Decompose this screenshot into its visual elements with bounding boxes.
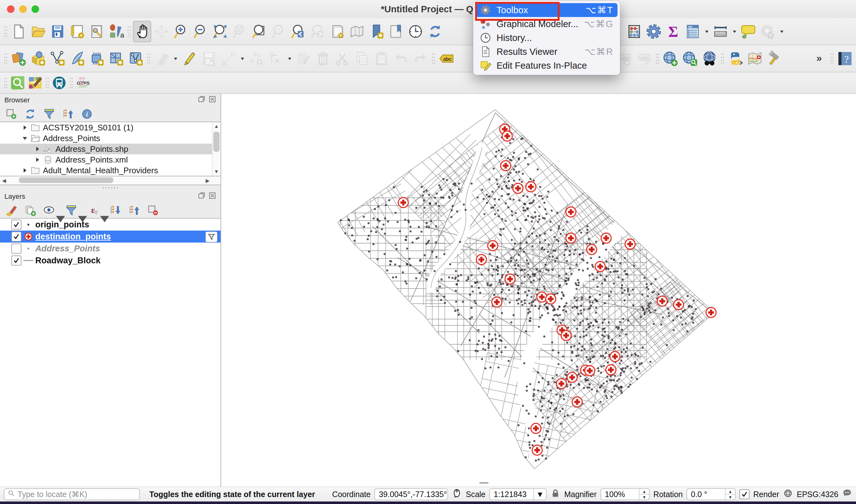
toolbar-grip[interactable]: [146, 51, 152, 66]
zoom-to-layer-button[interactable]: [250, 21, 268, 42]
tree-caret-icon[interactable]: [33, 146, 42, 152]
toolbar-grip[interactable]: [2, 75, 9, 90]
add-favorite-button[interactable]: [5, 108, 18, 120]
menu-item-edit-features-in-place[interactable]: Edit Features In-Place: [476, 59, 618, 72]
zoom-in-button[interactable]: [172, 21, 190, 42]
menu-item-graphical-modeler[interactable]: Graphical Modeler... ⌥⌘G: [476, 17, 618, 31]
python-console-button[interactable]: [726, 48, 745, 69]
tree-caret-icon[interactable]: [20, 135, 30, 142]
refresh-map-button[interactable]: [426, 21, 444, 42]
browser-horizontal-scrollbar[interactable]: ◀ ▶: [0, 176, 220, 185]
new-print-layout-button[interactable]: [68, 21, 86, 42]
layer-item-roadway_block[interactable]: Roadway_Block: [0, 254, 220, 267]
new-shapefile-layer-button[interactable]: [49, 48, 67, 69]
zoom-out-button[interactable]: [192, 21, 210, 42]
toolbar-grip[interactable]: [719, 51, 726, 66]
osm-place-search-button[interactable]: [700, 48, 719, 69]
scroll-left-icon[interactable]: ◀: [0, 176, 8, 185]
step-up-icon[interactable]: ▲: [640, 489, 649, 494]
layer-visibility-checkbox[interactable]: [11, 219, 21, 230]
dropdown-arrow-icon[interactable]: [285, 49, 293, 68]
filter-legend-button[interactable]: [65, 204, 81, 217]
panel-resize-handle[interactable]: [0, 185, 220, 190]
step-down-icon[interactable]: ▼: [726, 494, 735, 500]
coordinate-input[interactable]: 39.0045°,-77.1335°: [374, 488, 448, 500]
new-project-button[interactable]: [10, 21, 28, 42]
browser-vertical-scrollbar[interactable]: ▲ ▼: [212, 122, 220, 176]
metasearch-button[interactable]: [681, 48, 699, 69]
gtfs-plugin-button[interactable]: GTFS: [75, 74, 91, 92]
toolbar-grip[interactable]: [68, 75, 74, 90]
scroll-right-icon[interactable]: ▶: [203, 176, 212, 185]
locator-input[interactable]: Type to locate (⌘K): [4, 488, 140, 500]
quickosm-button[interactable]: [27, 74, 43, 92]
toggle-editing-button[interactable]: [180, 48, 198, 69]
layer-filter-indicator-icon[interactable]: [206, 232, 217, 242]
filter-browser-button[interactable]: [43, 108, 55, 120]
browser-item-address-points[interactable]: Address_Points: [0, 133, 220, 144]
scrollbar-thumb[interactable]: [213, 132, 219, 152]
step-up-icon[interactable]: ▲: [726, 489, 735, 494]
save-project-button[interactable]: [49, 21, 67, 42]
new-vector-layer-button[interactable]: [127, 48, 145, 69]
new-map-view-button[interactable]: [328, 21, 346, 42]
style-manager-button[interactable]: a: [107, 21, 125, 42]
statistical-summary-button[interactable]: [625, 21, 643, 42]
plugin-builder-button[interactable]: [765, 48, 784, 69]
menu-item-history[interactable]: History...: [476, 31, 618, 45]
layer-labeling-options-button[interactable]: abc: [437, 48, 456, 69]
layers-float-icon[interactable]: [198, 192, 206, 201]
scrollbar-thumb[interactable]: [19, 177, 113, 183]
lock-scale-icon[interactable]: [550, 488, 560, 500]
layer-visibility-checkbox[interactable]: [11, 255, 21, 266]
render-checkbox[interactable]: [739, 489, 750, 499]
measure-line-dropdown-icon[interactable]: [730, 22, 738, 41]
layer-visibility-checkbox[interactable]: [11, 244, 21, 254]
help-button[interactable]: ?: [836, 48, 854, 69]
properties-info-button[interactable]: i: [81, 108, 93, 120]
measure-line-button[interactable]: [711, 21, 730, 42]
tree-caret-icon[interactable]: [33, 156, 42, 163]
layer-visibility-checkbox[interactable]: [11, 232, 21, 241]
expand-all-button[interactable]: [109, 204, 122, 217]
layer-item-destination_points[interactable]: destination_points: [0, 231, 220, 242]
show-statistics-button[interactable]: Σ: [664, 21, 682, 42]
rotation-stepper[interactable]: 0.0 ° ▲▼: [686, 488, 736, 500]
toolbar-grip[interactable]: [2, 24, 9, 39]
browser-close-icon[interactable]: [209, 95, 216, 105]
dropdown-arrow-icon[interactable]: [54, 212, 59, 217]
new-virtual-layer-button[interactable]: [107, 48, 125, 69]
add-group-button[interactable]: [24, 204, 37, 217]
new-geopackage-layer-button[interactable]: [29, 48, 47, 69]
dropdown-arrow-icon[interactable]: [238, 49, 246, 68]
zoom-last-button[interactable]: [289, 21, 307, 42]
dropdown-arrow-icon[interactable]: [172, 49, 180, 68]
browser-item-acst5y2019-s0101-1-[interactable]: ACST5Y2019_S0101 (1): [0, 122, 220, 133]
menu-item-toolbox[interactable]: Toolbox ⌥⌘T: [476, 3, 618, 17]
chevron-down-icon[interactable]: ▼: [533, 489, 546, 500]
map-canvas[interactable]: [221, 94, 856, 487]
dropdown-arrow-icon[interactable]: [98, 212, 103, 217]
manage-visibility-button[interactable]: [43, 204, 59, 217]
step-down-icon[interactable]: ▼: [640, 494, 649, 500]
collapse-all-layers-button[interactable]: [128, 204, 141, 217]
scroll-down-icon[interactable]: ▼: [212, 167, 220, 176]
layer-item-address_points[interactable]: Address_Points: [0, 242, 220, 254]
scale-combobox[interactable]: 1:121843 ▼: [489, 488, 547, 500]
layers-close-icon[interactable]: [209, 192, 216, 201]
new-3d-map-view-button[interactable]: [348, 21, 366, 42]
crs-globe-icon[interactable]: [783, 488, 793, 500]
browser-item-address-points-shp[interactable]: Address_Points.shp: [0, 144, 220, 154]
transit-plugin-button[interactable]: [51, 74, 67, 92]
show-bookmarks-button[interactable]: [387, 21, 405, 42]
minimize-window-button[interactable]: [19, 5, 27, 13]
toolbar-grip[interactable]: [829, 51, 835, 66]
browser-item-adult-mental-health-providers[interactable]: Adult_Mental_Health_Providers: [0, 165, 220, 176]
tree-caret-icon[interactable]: [20, 167, 30, 174]
collapse-all-button[interactable]: [62, 108, 74, 120]
remove-layer-button[interactable]: [147, 204, 159, 217]
open-attribute-table-dropdown-icon[interactable]: [702, 22, 711, 41]
dropdown-arrow-icon[interactable]: [76, 212, 81, 217]
open-attribute-table-button[interactable]: [684, 21, 702, 42]
close-window-button[interactable]: [7, 5, 15, 13]
